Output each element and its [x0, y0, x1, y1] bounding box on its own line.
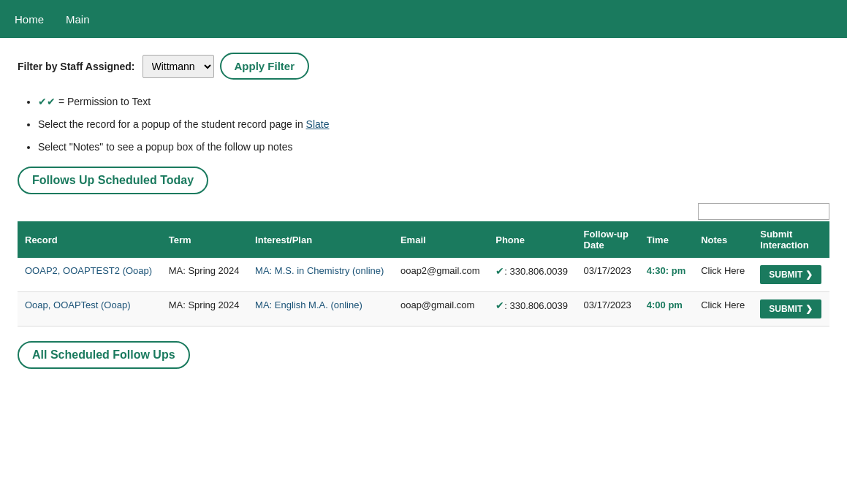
staff-filter-select[interactable]: Wittmann [143, 55, 214, 78]
navbar: Home Main [0, 0, 847, 38]
table-search-input[interactable] [698, 203, 829, 220]
submit-button[interactable]: SUBMIT ❯ [760, 265, 821, 284]
col-followup-date: Follow-upDate [577, 221, 639, 258]
col-phone: Phone [488, 221, 576, 258]
legend-section: ✔✔ = Permission to Text Select the recor… [18, 94, 829, 155]
filter-row: Filter by Staff Assigned: Wittmann Apply… [18, 53, 829, 80]
cell-notes: Click Here [694, 292, 753, 327]
cell-submit: SUBMIT ❯ [753, 292, 829, 327]
filter-label: Filter by Staff Assigned: [18, 61, 135, 72]
col-term: Term [162, 221, 248, 258]
followups-today-table: Record Term Interest/Plan Email Phone Fo… [18, 221, 829, 327]
nav-main[interactable]: Main [66, 13, 90, 26]
cell-submit: SUBMIT ❯ [753, 258, 829, 292]
time-value: 4:00 pm [647, 299, 683, 310]
cell-interest-plan: MA: English M.A. (online) [248, 292, 393, 327]
slate-link[interactable]: Slate [306, 118, 330, 130]
cell-email: ooap@gmail.com [393, 292, 488, 327]
record-link[interactable]: OOAP2, OOAPTEST2 (Ooap) [25, 265, 152, 276]
legend-item-1: ✔✔ = Permission to Text [38, 94, 829, 110]
cell-phone: ✔: 330.806.0039 [488, 258, 576, 292]
col-interest-plan: Interest/Plan [248, 221, 393, 258]
apply-filter-button[interactable]: Apply Filter [220, 53, 310, 80]
col-submit-interaction: SubmitInteraction [753, 221, 829, 258]
legend-item-3: Select "Notes" to see a popup box of the… [38, 140, 829, 155]
search-row [18, 203, 829, 220]
time-value: 4:30: pm [647, 265, 685, 276]
cell-time: 4:30: pm [639, 258, 694, 292]
follows-up-today-heading[interactable]: Follows Up Scheduled Today [18, 167, 208, 194]
legend-item-2: Select the record for a popup of the stu… [38, 117, 829, 132]
permission-checkmark-icon: ✔ [495, 265, 504, 277]
record-link[interactable]: Ooap, OOAPTest (Ooap) [25, 299, 131, 310]
cell-email: ooap2@gmail.com [393, 258, 488, 292]
cell-record: OOAP2, OOAPTEST2 (Ooap) [18, 258, 162, 292]
all-followups-heading[interactable]: All Scheduled Follow Ups [18, 341, 190, 369]
cell-term: MA: Spring 2024 [162, 258, 248, 292]
col-notes: Notes [694, 221, 753, 258]
cell-followup-date: 03/17/2023 [577, 258, 639, 292]
table-header-row: Record Term Interest/Plan Email Phone Fo… [18, 221, 829, 258]
col-email: Email [393, 221, 488, 258]
main-content: Filter by Staff Assigned: Wittmann Apply… [0, 38, 847, 392]
interest-plan-link[interactable]: MA: M.S. in Chemistry (online) [255, 265, 384, 276]
cell-followup-date: 03/17/2023 [577, 292, 639, 327]
cell-record: Ooap, OOAPTest (Ooap) [18, 292, 162, 327]
table-row: OOAP2, OOAPTEST2 (Ooap) MA: Spring 2024 … [18, 258, 829, 292]
all-followups-section: All Scheduled Follow Ups [18, 341, 829, 378]
interest-plan-link[interactable]: MA: English M.A. (online) [255, 299, 362, 310]
submit-button[interactable]: SUBMIT ❯ [760, 299, 821, 318]
checkmark-icon: ✔✔ [38, 96, 56, 107]
cell-time: 4:00 pm [639, 292, 694, 327]
cell-term: MA: Spring 2024 [162, 292, 248, 327]
notes-link[interactable]: Click Here [701, 265, 745, 276]
permission-checkmark-icon: ✔ [495, 299, 504, 311]
cell-notes: Click Here [694, 258, 753, 292]
notes-link[interactable]: Click Here [701, 299, 745, 310]
col-time: Time [639, 221, 694, 258]
table-row: Ooap, OOAPTest (Ooap) MA: Spring 2024 MA… [18, 292, 829, 327]
col-record: Record [18, 221, 162, 258]
cell-interest-plan: MA: M.S. in Chemistry (online) [248, 258, 393, 292]
nav-home[interactable]: Home [15, 13, 44, 26]
cell-phone: ✔: 330.806.0039 [488, 292, 576, 327]
